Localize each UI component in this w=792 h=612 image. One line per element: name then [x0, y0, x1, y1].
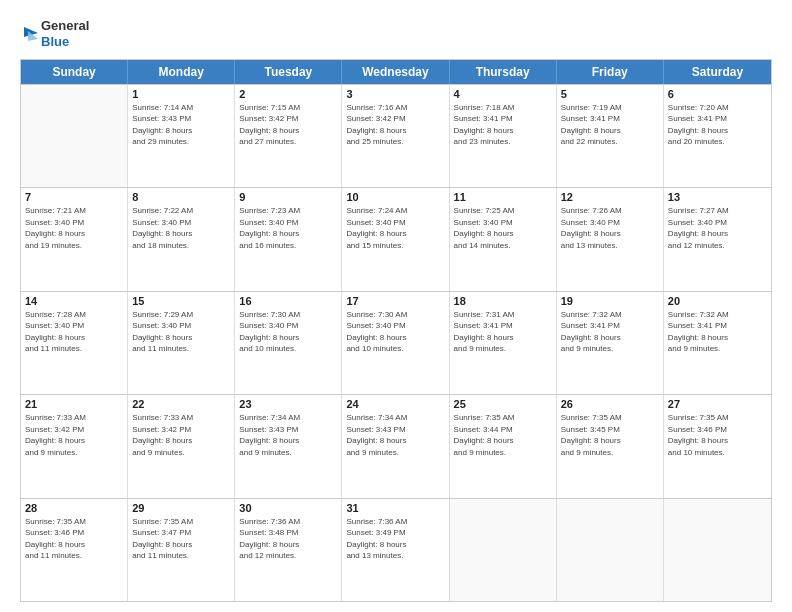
calendar-day-12: 12Sunrise: 7:26 AM Sunset: 3:40 PM Dayli…: [557, 188, 664, 291]
day-number: 16: [239, 295, 337, 307]
day-info: Sunrise: 7:15 AM Sunset: 3:42 PM Dayligh…: [239, 102, 337, 148]
day-number: 3: [346, 88, 444, 100]
calendar-day-26: 26Sunrise: 7:35 AM Sunset: 3:45 PM Dayli…: [557, 395, 664, 498]
day-info: Sunrise: 7:33 AM Sunset: 3:42 PM Dayligh…: [25, 412, 123, 458]
day-info: Sunrise: 7:34 AM Sunset: 3:43 PM Dayligh…: [239, 412, 337, 458]
day-info: Sunrise: 7:32 AM Sunset: 3:41 PM Dayligh…: [668, 309, 767, 355]
day-number: 23: [239, 398, 337, 410]
calendar-day-2: 2Sunrise: 7:15 AM Sunset: 3:42 PM Daylig…: [235, 85, 342, 188]
day-header-wednesday: Wednesday: [342, 60, 449, 84]
calendar-day-23: 23Sunrise: 7:34 AM Sunset: 3:43 PM Dayli…: [235, 395, 342, 498]
calendar-day-27: 27Sunrise: 7:35 AM Sunset: 3:46 PM Dayli…: [664, 395, 771, 498]
calendar-day-21: 21Sunrise: 7:33 AM Sunset: 3:42 PM Dayli…: [21, 395, 128, 498]
calendar-day-14: 14Sunrise: 7:28 AM Sunset: 3:40 PM Dayli…: [21, 292, 128, 395]
day-info: Sunrise: 7:35 AM Sunset: 3:46 PM Dayligh…: [25, 516, 123, 562]
day-number: 10: [346, 191, 444, 203]
calendar-day-4: 4Sunrise: 7:18 AM Sunset: 3:41 PM Daylig…: [450, 85, 557, 188]
day-number: 29: [132, 502, 230, 514]
calendar-day-3: 3Sunrise: 7:16 AM Sunset: 3:42 PM Daylig…: [342, 85, 449, 188]
day-number: 12: [561, 191, 659, 203]
calendar-day-13: 13Sunrise: 7:27 AM Sunset: 3:40 PM Dayli…: [664, 188, 771, 291]
calendar-day-16: 16Sunrise: 7:30 AM Sunset: 3:40 PM Dayli…: [235, 292, 342, 395]
calendar-day-19: 19Sunrise: 7:32 AM Sunset: 3:41 PM Dayli…: [557, 292, 664, 395]
day-info: Sunrise: 7:26 AM Sunset: 3:40 PM Dayligh…: [561, 205, 659, 251]
calendar-day-7: 7Sunrise: 7:21 AM Sunset: 3:40 PM Daylig…: [21, 188, 128, 291]
day-number: 11: [454, 191, 552, 203]
day-number: 17: [346, 295, 444, 307]
day-info: Sunrise: 7:35 AM Sunset: 3:46 PM Dayligh…: [668, 412, 767, 458]
day-info: Sunrise: 7:35 AM Sunset: 3:44 PM Dayligh…: [454, 412, 552, 458]
calendar-day-empty: [557, 499, 664, 602]
day-number: 28: [25, 502, 123, 514]
page: General Blue SundayMondayTuesdayWednesda…: [0, 0, 792, 612]
day-info: Sunrise: 7:14 AM Sunset: 3:43 PM Dayligh…: [132, 102, 230, 148]
day-number: 14: [25, 295, 123, 307]
day-info: Sunrise: 7:25 AM Sunset: 3:40 PM Dayligh…: [454, 205, 552, 251]
logo-text: General Blue: [41, 18, 89, 51]
day-number: 31: [346, 502, 444, 514]
day-info: Sunrise: 7:20 AM Sunset: 3:41 PM Dayligh…: [668, 102, 767, 148]
logo: General Blue: [20, 18, 89, 51]
day-info: Sunrise: 7:16 AM Sunset: 3:42 PM Dayligh…: [346, 102, 444, 148]
calendar-day-22: 22Sunrise: 7:33 AM Sunset: 3:42 PM Dayli…: [128, 395, 235, 498]
calendar-day-9: 9Sunrise: 7:23 AM Sunset: 3:40 PM Daylig…: [235, 188, 342, 291]
day-info: Sunrise: 7:34 AM Sunset: 3:43 PM Dayligh…: [346, 412, 444, 458]
calendar-week-3: 14Sunrise: 7:28 AM Sunset: 3:40 PM Dayli…: [21, 291, 771, 395]
day-number: 18: [454, 295, 552, 307]
calendar-day-15: 15Sunrise: 7:29 AM Sunset: 3:40 PM Dayli…: [128, 292, 235, 395]
header: General Blue: [20, 18, 772, 51]
calendar-week-1: 1Sunrise: 7:14 AM Sunset: 3:43 PM Daylig…: [21, 84, 771, 188]
day-info: Sunrise: 7:30 AM Sunset: 3:40 PM Dayligh…: [239, 309, 337, 355]
calendar-day-1: 1Sunrise: 7:14 AM Sunset: 3:43 PM Daylig…: [128, 85, 235, 188]
day-number: 26: [561, 398, 659, 410]
day-info: Sunrise: 7:36 AM Sunset: 3:49 PM Dayligh…: [346, 516, 444, 562]
day-number: 20: [668, 295, 767, 307]
calendar-header-row: SundayMondayTuesdayWednesdayThursdayFrid…: [21, 60, 771, 84]
calendar-week-2: 7Sunrise: 7:21 AM Sunset: 3:40 PM Daylig…: [21, 187, 771, 291]
day-number: 25: [454, 398, 552, 410]
calendar: SundayMondayTuesdayWednesdayThursdayFrid…: [20, 59, 772, 603]
day-number: 8: [132, 191, 230, 203]
day-header-thursday: Thursday: [450, 60, 557, 84]
calendar-day-20: 20Sunrise: 7:32 AM Sunset: 3:41 PM Dayli…: [664, 292, 771, 395]
day-number: 4: [454, 88, 552, 100]
calendar-week-5: 28Sunrise: 7:35 AM Sunset: 3:46 PM Dayli…: [21, 498, 771, 602]
day-info: Sunrise: 7:22 AM Sunset: 3:40 PM Dayligh…: [132, 205, 230, 251]
day-number: 24: [346, 398, 444, 410]
day-info: Sunrise: 7:19 AM Sunset: 3:41 PM Dayligh…: [561, 102, 659, 148]
day-number: 7: [25, 191, 123, 203]
day-info: Sunrise: 7:31 AM Sunset: 3:41 PM Dayligh…: [454, 309, 552, 355]
day-header-monday: Monday: [128, 60, 235, 84]
day-number: 2: [239, 88, 337, 100]
day-header-tuesday: Tuesday: [235, 60, 342, 84]
calendar-day-8: 8Sunrise: 7:22 AM Sunset: 3:40 PM Daylig…: [128, 188, 235, 291]
calendar-day-30: 30Sunrise: 7:36 AM Sunset: 3:48 PM Dayli…: [235, 499, 342, 602]
calendar-week-4: 21Sunrise: 7:33 AM Sunset: 3:42 PM Dayli…: [21, 394, 771, 498]
day-number: 5: [561, 88, 659, 100]
calendar-day-18: 18Sunrise: 7:31 AM Sunset: 3:41 PM Dayli…: [450, 292, 557, 395]
day-number: 1: [132, 88, 230, 100]
calendar-day-31: 31Sunrise: 7:36 AM Sunset: 3:49 PM Dayli…: [342, 499, 449, 602]
day-number: 6: [668, 88, 767, 100]
day-number: 9: [239, 191, 337, 203]
day-info: Sunrise: 7:24 AM Sunset: 3:40 PM Dayligh…: [346, 205, 444, 251]
calendar-day-6: 6Sunrise: 7:20 AM Sunset: 3:41 PM Daylig…: [664, 85, 771, 188]
day-info: Sunrise: 7:32 AM Sunset: 3:41 PM Dayligh…: [561, 309, 659, 355]
day-info: Sunrise: 7:35 AM Sunset: 3:45 PM Dayligh…: [561, 412, 659, 458]
calendar-day-25: 25Sunrise: 7:35 AM Sunset: 3:44 PM Dayli…: [450, 395, 557, 498]
calendar-day-17: 17Sunrise: 7:30 AM Sunset: 3:40 PM Dayli…: [342, 292, 449, 395]
calendar-day-11: 11Sunrise: 7:25 AM Sunset: 3:40 PM Dayli…: [450, 188, 557, 291]
day-number: 15: [132, 295, 230, 307]
calendar-day-empty: [664, 499, 771, 602]
calendar-day-24: 24Sunrise: 7:34 AM Sunset: 3:43 PM Dayli…: [342, 395, 449, 498]
day-info: Sunrise: 7:23 AM Sunset: 3:40 PM Dayligh…: [239, 205, 337, 251]
calendar-day-29: 29Sunrise: 7:35 AM Sunset: 3:47 PM Dayli…: [128, 499, 235, 602]
calendar-day-10: 10Sunrise: 7:24 AM Sunset: 3:40 PM Dayli…: [342, 188, 449, 291]
day-info: Sunrise: 7:33 AM Sunset: 3:42 PM Dayligh…: [132, 412, 230, 458]
calendar-body: 1Sunrise: 7:14 AM Sunset: 3:43 PM Daylig…: [21, 84, 771, 602]
day-number: 19: [561, 295, 659, 307]
day-number: 27: [668, 398, 767, 410]
day-header-sunday: Sunday: [21, 60, 128, 84]
logo-bird-icon: [20, 23, 38, 45]
day-info: Sunrise: 7:30 AM Sunset: 3:40 PM Dayligh…: [346, 309, 444, 355]
